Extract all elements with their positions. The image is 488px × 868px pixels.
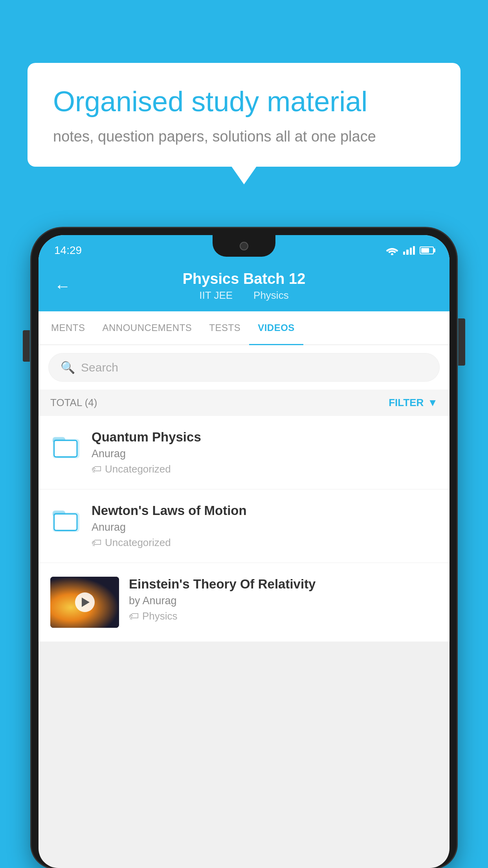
item-title: Newton's Laws of Motion	[92, 503, 438, 518]
signal-icon	[403, 246, 415, 255]
search-container: 🔍 Search	[39, 345, 449, 390]
item-details: Newton's Laws of Motion Anurag 🏷 Uncateg…	[92, 503, 438, 549]
subtitle-physics: Physics	[253, 289, 289, 301]
item-tag: 🏷 Uncategorized	[92, 463, 438, 475]
subtitle-iitjee: IIT JEE	[199, 289, 233, 301]
item-tag: 🏷 Physics	[129, 610, 438, 622]
tab-tests[interactable]: TESTS	[200, 311, 249, 344]
filter-button[interactable]: FILTER ▼	[389, 397, 438, 409]
bubble-subtitle: notes, question papers, solutions all at…	[53, 128, 435, 145]
total-count: TOTAL (4)	[50, 397, 97, 409]
phone-screen: 14:29	[39, 235, 449, 868]
play-triangle-icon	[82, 598, 90, 607]
tab-videos[interactable]: VIDEOS	[249, 311, 303, 344]
back-button[interactable]: ←	[54, 277, 71, 296]
speech-bubble-container: Organised study material notes, question…	[28, 63, 460, 167]
item-title: Einstein's Theory Of Relativity	[129, 577, 438, 592]
content-list: Quantum Physics Anurag 🏷 Uncategorized	[39, 416, 449, 642]
play-button[interactable]	[75, 592, 95, 612]
phone-wrapper: 14:29	[31, 228, 457, 868]
item-author: Anurag	[92, 448, 438, 460]
filter-label: FILTER	[389, 397, 424, 409]
item-title: Quantum Physics	[92, 430, 438, 445]
video-thumbnail	[50, 577, 119, 628]
list-item[interactable]: Newton's Laws of Motion Anurag 🏷 Uncateg…	[39, 489, 449, 563]
tag-icon: 🏷	[92, 463, 102, 475]
notch-camera	[240, 242, 248, 250]
tag-label: Physics	[142, 610, 178, 622]
tag-icon: 🏷	[92, 537, 102, 549]
tag-label: Uncategorized	[105, 463, 171, 475]
list-item[interactable]: Einstein's Theory Of Relativity by Anura…	[39, 563, 449, 642]
tab-announcements[interactable]: ANNOUNCEMENTS	[94, 311, 201, 344]
svg-rect-4	[54, 440, 77, 457]
item-tag: 🏷 Uncategorized	[92, 537, 438, 549]
tag-icon: 🏷	[129, 610, 139, 622]
status-icons	[386, 246, 434, 255]
filter-bar: TOTAL (4) FILTER ▼	[39, 390, 449, 416]
item-author: by Anurag	[129, 595, 438, 607]
search-bar[interactable]: 🔍 Search	[48, 353, 440, 382]
header-title: Physics Batch 12	[83, 270, 405, 287]
item-icon-wrap	[50, 503, 82, 537]
speech-bubble: Organised study material notes, question…	[28, 63, 460, 167]
filter-icon: ▼	[427, 397, 438, 409]
phone-notch	[213, 235, 275, 257]
search-icon: 🔍	[61, 360, 75, 374]
bubble-title: Organised study material	[53, 85, 435, 118]
item-icon-wrap	[50, 430, 82, 463]
item-author: Anurag	[92, 521, 438, 533]
phone-outer: 14:29	[31, 228, 457, 868]
folder-icon	[52, 433, 80, 460]
wifi-icon	[386, 246, 398, 255]
list-item[interactable]: Quantum Physics Anurag 🏷 Uncategorized	[39, 416, 449, 489]
app-background: Organised study material notes, question…	[0, 0, 488, 868]
tag-label: Uncategorized	[105, 537, 171, 549]
item-details: Quantum Physics Anurag 🏷 Uncategorized	[92, 430, 438, 475]
folder-icon	[52, 506, 80, 534]
search-placeholder: Search	[81, 361, 118, 374]
status-time: 14:29	[54, 244, 82, 257]
battery-icon	[420, 246, 434, 254]
battery-fill	[421, 248, 429, 253]
app-header: ← Physics Batch 12 IIT JEE Physics	[39, 263, 449, 311]
item-details: Einstein's Theory Of Relativity by Anura…	[129, 577, 438, 622]
header-center: Physics Batch 12 IIT JEE Physics	[83, 270, 405, 302]
tabs-container: MENTS ANNOUNCEMENTS TESTS VIDEOS	[39, 311, 449, 345]
tab-ments[interactable]: MENTS	[42, 311, 94, 344]
thumb-bg	[50, 577, 119, 628]
header-subtitle: IIT JEE Physics	[83, 289, 405, 302]
svg-point-0	[391, 253, 393, 255]
svg-rect-8	[54, 514, 77, 530]
